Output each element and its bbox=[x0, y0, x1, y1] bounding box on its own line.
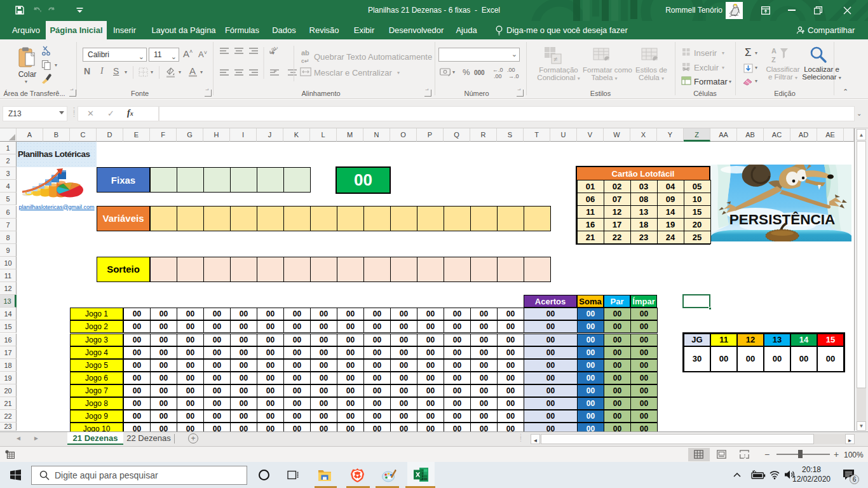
svg-text:A: A bbox=[771, 47, 776, 55]
svg-text:Z: Z bbox=[771, 56, 776, 64]
svg-text:≠: ≠ bbox=[553, 55, 557, 63]
svg-text:PERSISTÊNCIA: PERSISTÊNCIA bbox=[729, 212, 835, 227]
